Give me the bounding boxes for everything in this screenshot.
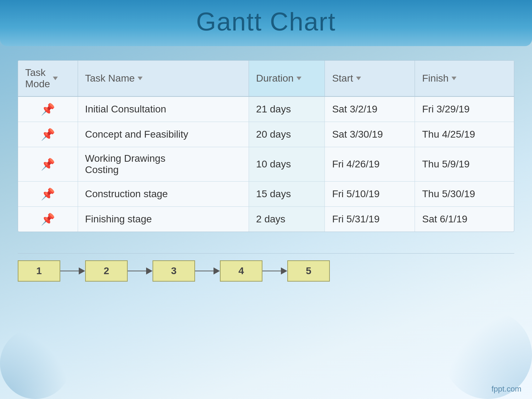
task-mode-icon: 📌 bbox=[41, 157, 55, 171]
gantt-table-container: TaskMode Task Name Duration bbox=[18, 60, 514, 232]
gantt-bars-row: 12345 bbox=[18, 260, 514, 282]
task-mode-icon: 📌 bbox=[41, 187, 55, 201]
task-name-cell: Initial Consultation bbox=[78, 96, 249, 122]
gantt-arrow bbox=[128, 260, 153, 282]
gantt-bar: 5 bbox=[287, 260, 330, 282]
gantt-top-line bbox=[18, 253, 514, 254]
gantt-arrow bbox=[262, 260, 287, 282]
task-mode-cell: 📌 bbox=[18, 207, 78, 232]
col-header-duration[interactable]: Duration bbox=[249, 61, 325, 96]
gantt-bar: 2 bbox=[85, 260, 128, 282]
duration-header-label: Duration bbox=[256, 73, 294, 84]
table-row: 📌Concept and Feasibility20 daysSat 3/30/… bbox=[18, 122, 514, 147]
col-header-finish[interactable]: Finish bbox=[415, 61, 514, 96]
duration-cell: 2 days bbox=[249, 207, 325, 232]
finish-header-label: Finish bbox=[422, 73, 449, 84]
start-cell: Sat 3/30/19 bbox=[325, 122, 415, 147]
table-header-row: TaskMode Task Name Duration bbox=[18, 61, 514, 96]
main-content: TaskMode Task Name Duration bbox=[18, 53, 514, 371]
start-dropdown-icon[interactable] bbox=[356, 77, 361, 80]
gantt-chart-area: 12345 bbox=[18, 246, 514, 317]
start-cell: Sat 3/2/19 bbox=[325, 96, 415, 122]
task-mode-icon: 📌 bbox=[41, 102, 55, 116]
gantt-arrow bbox=[195, 260, 220, 282]
duration-dropdown-icon[interactable] bbox=[297, 77, 301, 80]
col-header-task-name[interactable]: Task Name bbox=[78, 61, 249, 96]
duration-cell: 21 days bbox=[249, 96, 325, 122]
page-title: Gantt Chart bbox=[0, 7, 532, 36]
task-mode-cell: 📌 bbox=[18, 96, 78, 122]
gantt-bar-label: 4 bbox=[238, 265, 244, 277]
finish-cell: Thu 5/9/19 bbox=[415, 147, 514, 182]
task-name-dropdown-icon[interactable] bbox=[138, 77, 143, 80]
gantt-bar: 1 bbox=[18, 260, 60, 282]
task-mode-icon: 📌 bbox=[41, 212, 55, 226]
task-mode-cell: 📌 bbox=[18, 182, 78, 207]
finish-cell: Thu 4/25/19 bbox=[415, 122, 514, 147]
task-mode-dropdown-icon[interactable] bbox=[53, 77, 58, 80]
start-cell: Fri 5/31/19 bbox=[325, 207, 415, 232]
gantt-bar-label: 2 bbox=[104, 265, 109, 277]
task-name-cell: Working DrawingsCosting bbox=[78, 147, 249, 182]
start-cell: Fri 5/10/19 bbox=[325, 182, 415, 207]
table-row: 📌Initial Consultation21 daysSat 3/2/19Fr… bbox=[18, 96, 514, 122]
gantt-bar-label: 3 bbox=[171, 265, 177, 277]
task-mode-cell: 📌 bbox=[18, 147, 78, 182]
gantt-bar: 4 bbox=[220, 260, 262, 282]
col-header-start[interactable]: Start bbox=[325, 61, 415, 96]
start-header-label: Start bbox=[332, 73, 353, 84]
gantt-bar: 3 bbox=[153, 260, 195, 282]
finish-dropdown-icon[interactable] bbox=[451, 77, 456, 80]
task-mode-header-label: TaskMode bbox=[25, 67, 50, 90]
gantt-table: TaskMode Task Name Duration bbox=[18, 61, 514, 232]
gantt-arrow bbox=[60, 260, 85, 282]
task-name-cell: Concept and Feasibility bbox=[78, 122, 249, 147]
duration-cell: 20 days bbox=[249, 122, 325, 147]
task-name-header-label: Task Name bbox=[85, 73, 135, 84]
finish-cell: Sat 6/1/19 bbox=[415, 207, 514, 232]
table-row: 📌Finishing stage2 daysFri 5/31/19Sat 6/1… bbox=[18, 207, 514, 232]
gantt-bar-label: 1 bbox=[36, 265, 42, 277]
finish-cell: Fri 3/29/19 bbox=[415, 96, 514, 122]
task-name-cell: Construction stage bbox=[78, 182, 249, 207]
watermark: fppt.com bbox=[492, 384, 521, 394]
col-header-task-mode[interactable]: TaskMode bbox=[18, 61, 78, 96]
task-name-cell: Finishing stage bbox=[78, 207, 249, 232]
task-mode-cell: 📌 bbox=[18, 122, 78, 147]
finish-cell: Thu 5/30/19 bbox=[415, 182, 514, 207]
gantt-bar-label: 5 bbox=[306, 265, 311, 277]
table-row: 📌Working DrawingsCosting10 daysFri 4/26/… bbox=[18, 147, 514, 182]
duration-cell: 10 days bbox=[249, 147, 325, 182]
task-mode-icon: 📌 bbox=[41, 128, 55, 141]
duration-cell: 15 days bbox=[249, 182, 325, 207]
start-cell: Fri 4/26/19 bbox=[325, 147, 415, 182]
table-row: 📌Construction stage15 daysFri 5/10/19Thu… bbox=[18, 182, 514, 207]
